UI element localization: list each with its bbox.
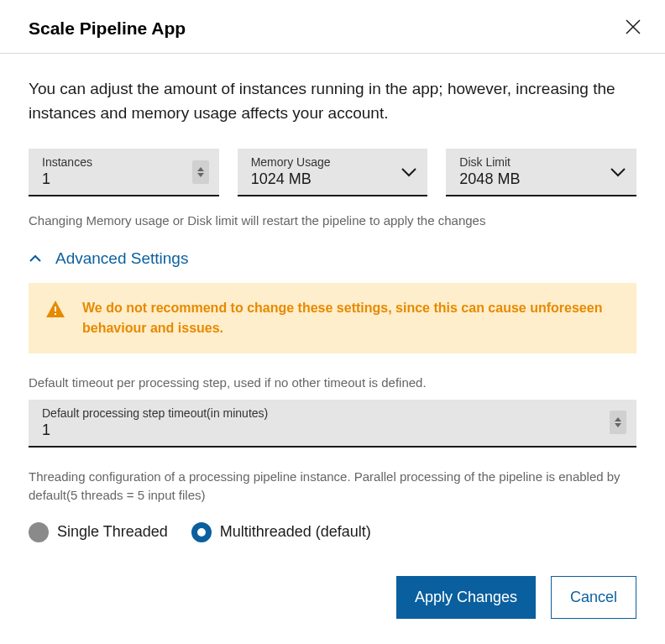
field-row: Instances 1 Memory Usage 1024 MB xyxy=(29,149,636,196)
memory-value: 1024 MB xyxy=(251,170,331,188)
memory-field[interactable]: Memory Usage 1024 MB xyxy=(238,149,428,196)
advanced-settings-toggle[interactable]: Advanced Settings xyxy=(29,249,636,268)
intro-text: You can adjust the amount of instances r… xyxy=(29,77,636,125)
warning-icon xyxy=(45,300,65,322)
field-text: Instances 1 xyxy=(42,155,92,188)
multi-threaded-label: Multithreaded (default) xyxy=(220,523,371,541)
stepper-icon xyxy=(192,160,209,184)
instances-label: Instances xyxy=(42,155,92,169)
warning-box: We do not recommend to change these sett… xyxy=(29,283,636,353)
timeout-label: Default processing step timeout(in minut… xyxy=(42,406,268,420)
svg-rect-0 xyxy=(55,306,56,312)
advanced-settings-title: Advanced Settings xyxy=(55,249,188,268)
multi-threaded-radio[interactable]: Multithreaded (default) xyxy=(191,522,371,542)
timeout-help: Default timeout per processing step, use… xyxy=(29,374,636,393)
chevron-down-icon xyxy=(610,167,626,177)
dialog-content: You can adjust the amount of instances r… xyxy=(0,54,665,639)
timeout-stepper[interactable] xyxy=(610,411,626,434)
field-text: Disk Limit 2048 MB xyxy=(459,155,520,188)
close-icon xyxy=(625,18,641,38)
threading-radio-group: Single Threaded Multithreaded (default) xyxy=(29,522,636,542)
timeout-field[interactable]: Default processing step timeout(in minut… xyxy=(29,400,636,448)
restart-note: Changing Memory usage or Disk limit will… xyxy=(29,212,636,229)
warning-text: We do not recommend to change these sett… xyxy=(82,298,620,338)
radio-selected-icon xyxy=(191,522,212,542)
close-button[interactable] xyxy=(621,15,645,41)
apply-changes-button[interactable]: Apply Changes xyxy=(396,576,536,619)
dialog-header: Scale Pipeline App xyxy=(0,0,665,54)
disk-field[interactable]: Disk Limit 2048 MB xyxy=(446,149,636,196)
button-row: Apply Changes Cancel xyxy=(29,576,636,619)
scale-pipeline-dialog: Scale Pipeline App You can adjust the am… xyxy=(0,0,665,644)
radio-unselected-icon xyxy=(29,522,49,542)
chevron-up-icon xyxy=(29,251,42,266)
svg-rect-1 xyxy=(55,313,56,315)
instances-stepper[interactable] xyxy=(192,160,209,184)
chevron-down-icon xyxy=(401,167,417,177)
dialog-title: Scale Pipeline App xyxy=(29,18,186,39)
disk-label: Disk Limit xyxy=(459,155,520,169)
disk-value: 2048 MB xyxy=(459,170,520,188)
instances-field[interactable]: Instances 1 xyxy=(29,149,219,196)
stepper-icon xyxy=(610,411,626,434)
timeout-value: 1 xyxy=(42,421,268,439)
threading-help: Threading configuration of a processing … xyxy=(29,468,636,505)
single-threaded-radio[interactable]: Single Threaded xyxy=(29,522,168,542)
field-text: Memory Usage 1024 MB xyxy=(251,155,331,188)
instances-value: 1 xyxy=(42,170,92,188)
single-threaded-label: Single Threaded xyxy=(57,523,168,541)
field-text: Default processing step timeout(in minut… xyxy=(42,406,268,439)
memory-label: Memory Usage xyxy=(251,155,331,169)
cancel-button[interactable]: Cancel xyxy=(551,576,636,619)
